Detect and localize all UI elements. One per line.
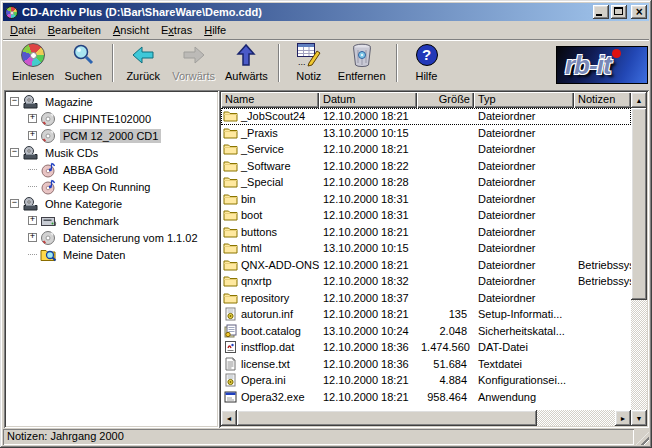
table-row[interactable]: repository12.10.2000 18:37Dateiordner <box>221 290 631 307</box>
tree-item-benchmark[interactable]: +Benchmark <box>8 212 219 229</box>
cd-data-icon <box>40 128 57 144</box>
cell-name: repository <box>221 291 319 305</box>
cell-type: DAT-Datei <box>474 341 574 353</box>
expand-icon[interactable]: + <box>28 114 37 123</box>
cell-type: Anwendung <box>474 391 574 403</box>
menu-extras[interactable]: Extras <box>155 22 198 38</box>
category-tree: −Magazine+CHIPINTE102000+PCM 12_2000 CD1… <box>4 90 219 428</box>
toolbar-button-suchen[interactable]: Suchen <box>59 41 107 85</box>
cd-data-icon <box>40 230 57 246</box>
maximize-button[interactable] <box>611 5 627 19</box>
cell-date: 12.10.2000 18:36 <box>319 341 417 353</box>
column-header-typ[interactable]: Typ <box>474 92 574 108</box>
cell-date: 12.10.2000 18:21 <box>319 374 417 386</box>
table-row[interactable]: autorun.inf12.10.2000 18:21135Setup-Info… <box>221 306 631 323</box>
table-row[interactable]: boot.catalog13.10.2000 10:242.048Sicherh… <box>221 323 631 340</box>
minimize-button[interactable] <box>593 5 609 19</box>
cell-date: 13.10.2000 10:15 <box>319 242 417 254</box>
expand-icon[interactable]: + <box>28 216 37 225</box>
toolbar-button-einlesen[interactable]: Einlesen <box>7 41 59 85</box>
tree-item-datensicherung-vom-1-1-02[interactable]: +Datensicherung vom 1.1.02 <box>8 229 219 246</box>
ini-file-icon <box>223 307 238 321</box>
app-window: CD-Archiv Plus (D:\Bar\ShareWare\Demo.cd… <box>0 0 652 448</box>
collapse-icon[interactable]: − <box>10 148 19 157</box>
toolbar-button-notiz[interactable]: ...Notiz <box>285 41 333 85</box>
expand-icon[interactable]: + <box>28 233 37 242</box>
cell-date: 12.10.2000 18:37 <box>319 292 417 304</box>
toolbar-button-aufwrts[interactable]: Aufwärts <box>220 41 273 85</box>
file-name: _JobScout24 <box>241 110 305 122</box>
cell-type: Dateiordner <box>474 193 574 205</box>
cell-name: boot.catalog <box>221 324 319 338</box>
tree-item-chipinte102000[interactable]: +CHIPINTE102000 <box>8 110 219 127</box>
cell-date: 12.10.2000 18:36 <box>319 358 417 370</box>
tree-item-keep-on-running[interactable]: Keep On Running <box>8 178 219 195</box>
column-header-name[interactable]: Name <box>221 92 319 108</box>
folder-icon <box>223 175 238 189</box>
collapse-icon[interactable]: − <box>10 97 19 106</box>
menu-bearbeiten[interactable]: Bearbeiten <box>42 22 107 38</box>
menu-hilfe[interactable]: Hilfe <box>198 22 232 38</box>
table-row[interactable]: qnxrtp12.10.2000 18:32DateiordnerBetrieb… <box>221 273 631 290</box>
list-header: NameDatumGrößeTypNotizen <box>221 92 631 108</box>
cell-date: 13.10.2000 10:15 <box>319 127 417 139</box>
cell-name: _Service <box>221 142 319 156</box>
status-text: Notizen: Jahrgang 2000 <box>3 429 634 445</box>
column-header-gre[interactable]: Größe <box>417 92 474 108</box>
scroll-up-button[interactable]: ▲ <box>631 92 647 108</box>
resize-grip[interactable] <box>636 432 649 445</box>
toolbar-separator <box>112 44 114 82</box>
column-header-notizen[interactable]: Notizen <box>574 92 631 108</box>
menu-datei[interactable]: Datei <box>4 22 42 38</box>
cd-icon[interactable] <box>5 6 18 19</box>
tree-item-ohne-kategorie[interactable]: −Ohne Kategorie <box>8 195 219 212</box>
tree-item-musik-cds[interactable]: −Musik CDs <box>8 144 219 161</box>
table-row[interactable]: license.txt12.10.2000 18:3651.684Textdat… <box>221 356 631 373</box>
table-row[interactable]: _JobScout2412.10.2000 18:21Dateiordner <box>221 108 631 125</box>
tree-item-meine-daten[interactable]: Meine Daten <box>8 246 219 263</box>
vertical-scroll-thumb[interactable] <box>631 108 647 300</box>
table-row[interactable]: boot12.10.2000 18:31Dateiordner <box>221 207 631 224</box>
horizontal-scroll-thumb[interactable] <box>237 410 537 426</box>
folder-icon <box>223 109 238 123</box>
status-bar: Notizen: Jahrgang 2000 <box>3 429 649 445</box>
exe-file-icon <box>223 390 238 404</box>
close-button[interactable]: × <box>631 5 647 19</box>
table-row[interactable]: bin12.10.2000 18:31Dateiordner <box>221 191 631 208</box>
table-row[interactable]: _Special12.10.2000 18:28Dateiordner <box>221 174 631 191</box>
scroll-left-button[interactable]: ◄ <box>221 410 237 426</box>
table-row[interactable]: Opera.ini12.10.2000 18:214.884Konfigurat… <box>221 372 631 389</box>
tree-item-magazine[interactable]: −Magazine <box>8 93 219 110</box>
toolbar-button-hilfe[interactable]: ?Hilfe <box>403 41 451 85</box>
file-name: license.txt <box>241 358 290 370</box>
column-header-datum[interactable]: Datum <box>319 92 417 108</box>
table-row[interactable]: buttons12.10.2000 18:21Dateiordner <box>221 224 631 241</box>
table-row[interactable]: instflop.dat12.10.2000 18:361.474.560DAT… <box>221 339 631 356</box>
toolbar-button-entfernen[interactable]: Entfernen <box>333 41 391 85</box>
tree-item-pcm-12-2000-cd1[interactable]: +PCM 12_2000 CD1 <box>8 127 219 144</box>
expand-icon[interactable]: + <box>28 131 37 140</box>
cell-type: Textdatei <box>474 358 574 370</box>
vertical-scroll-track[interactable] <box>631 300 647 410</box>
cd-music-icon <box>40 179 57 195</box>
tree-item-abba-gold[interactable]: ABBA Gold <box>8 161 219 178</box>
toolbar-button-zurck[interactable]: Zurück <box>119 41 167 85</box>
toolbar-button-vorwrts[interactable]: Vorwärts <box>167 41 220 85</box>
scroll-right-button[interactable]: ► <box>615 410 631 426</box>
scroll-down-button[interactable]: ▼ <box>631 410 647 426</box>
table-row[interactable]: QNX-ADD-ONS12.10.2000 18:21DateiordnerBe… <box>221 257 631 274</box>
table-row[interactable]: _Software12.10.2000 18:22Dateiordner <box>221 158 631 175</box>
cell-date: 12.10.2000 18:31 <box>319 209 417 221</box>
table-row[interactable]: _Service12.10.2000 18:21Dateiordner <box>221 141 631 158</box>
table-row[interactable]: Opera32.exe12.10.2000 18:21958.464Anwend… <box>221 389 631 406</box>
collapse-icon[interactable]: − <box>10 199 19 208</box>
tree-item-label: Benchmark <box>60 214 122 228</box>
horizontal-scroll-track[interactable] <box>537 410 615 426</box>
menu-ansicht[interactable]: Ansicht <box>107 22 155 38</box>
table-row[interactable]: html13.10.2000 10:15Dateiordner <box>221 240 631 257</box>
window-title: CD-Archiv Plus (D:\Bar\ShareWare\Demo.cd… <box>22 6 591 18</box>
table-row[interactable]: _Praxis13.10.2000 10:15Dateiordner <box>221 125 631 142</box>
file-name: _Praxis <box>241 127 278 139</box>
txt-file-icon <box>223 357 238 371</box>
ini-file-icon <box>223 373 238 387</box>
